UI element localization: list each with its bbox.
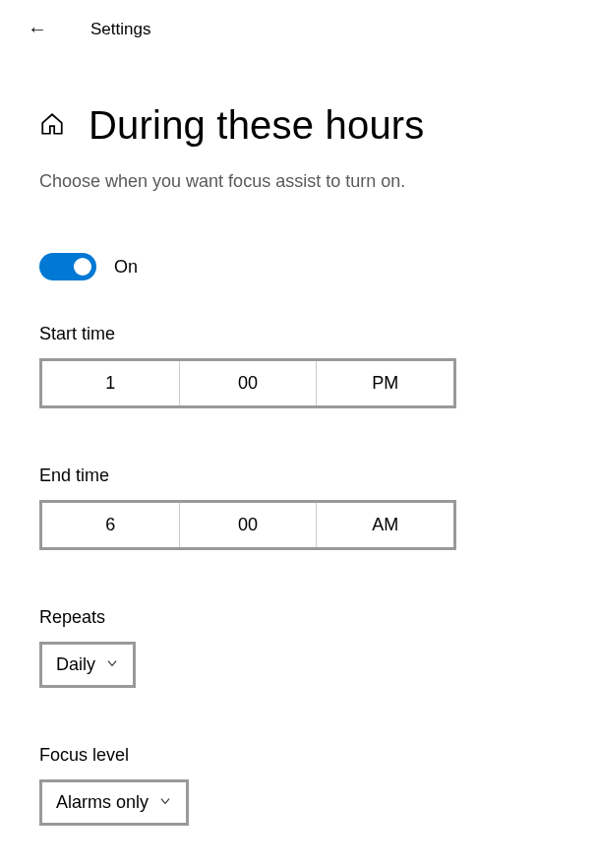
start-time-label: Start time — [39, 324, 557, 344]
back-button[interactable]: ← — [28, 18, 47, 40]
start-time-hour[interactable]: 1 — [42, 361, 179, 405]
repeats-label: Repeats — [39, 607, 557, 628]
repeats-value: Daily — [56, 654, 95, 675]
end-time-period[interactable]: AM — [316, 503, 453, 547]
focus-level-dropdown[interactable]: Alarms only — [39, 779, 189, 826]
end-time-picker[interactable]: 6 00 AM — [39, 500, 456, 550]
repeats-dropdown[interactable]: Daily — [39, 642, 136, 688]
end-time-hour[interactable]: 6 — [42, 503, 179, 547]
page-title: During these hours — [89, 103, 425, 148]
home-icon[interactable] — [39, 111, 65, 141]
page-subtitle: Choose when you want focus assist to tur… — [39, 171, 557, 192]
start-time-picker[interactable]: 1 00 PM — [39, 358, 456, 408]
focus-level-value: Alarms only — [56, 792, 149, 813]
focus-level-label: Focus level — [39, 745, 557, 766]
header-title: Settings — [90, 20, 150, 39]
end-time-label: End time — [39, 465, 557, 486]
start-time-period[interactable]: PM — [316, 361, 453, 405]
end-time-minute[interactable]: 00 — [179, 503, 317, 547]
toggle-knob — [74, 258, 91, 276]
chevron-down-icon — [103, 654, 119, 675]
chevron-down-icon — [156, 792, 172, 813]
toggle-state-label: On — [114, 257, 138, 278]
enable-toggle[interactable] — [39, 253, 96, 280]
start-time-minute[interactable]: 00 — [179, 361, 317, 405]
